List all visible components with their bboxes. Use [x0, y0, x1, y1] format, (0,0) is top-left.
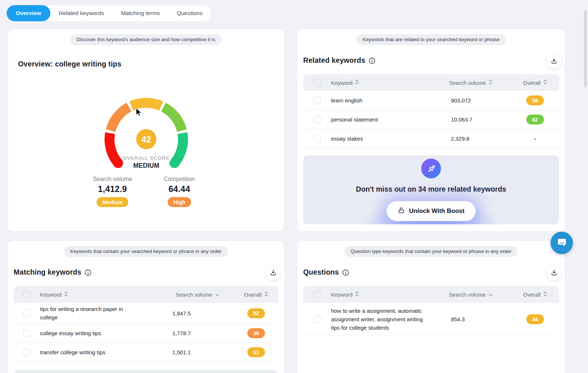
download-button[interactable]	[266, 266, 280, 280]
column-header-keyword[interactable]: Keyword	[331, 79, 430, 86]
search-volume-value: 1,412.9	[98, 184, 127, 194]
info-icon[interactable]	[85, 269, 92, 276]
chat-bubble-icon	[556, 237, 567, 249]
competition-stat: Competition 64.44 High	[152, 176, 207, 207]
questions-table: Keyword Search volume Overall how to wri…	[303, 286, 559, 336]
table-row[interactable]: transfer college writing tips 1,501.1 51	[14, 343, 278, 362]
info-icon[interactable]	[369, 57, 376, 64]
tab-matching-terms[interactable]: Matching terms	[112, 5, 168, 21]
table-row[interactable]: tips for writing a research paper in col…	[14, 303, 278, 324]
matching-keywords-panel: Keywords that contain your searched keyw…	[7, 240, 284, 373]
column-header-overall[interactable]: Overall	[511, 291, 559, 298]
related-keywords-table: Keyword Search volume Overall learn engl…	[303, 74, 559, 148]
column-header-overall[interactable]: Overall	[511, 79, 559, 86]
matching-hint-pill: Keywords that contain your searched keyw…	[64, 246, 228, 257]
row-checkbox[interactable]	[313, 97, 321, 104]
search-volume-cell: 1,778.7	[161, 330, 234, 336]
questions-panel: Question type keywords that contain your…	[297, 240, 565, 373]
overall-score-badge: 44	[526, 314, 544, 324]
sort-icon	[543, 79, 547, 86]
column-header-overall[interactable]: Overall	[234, 291, 278, 298]
competition-value: 64.44	[168, 184, 190, 194]
info-icon[interactable]	[342, 269, 349, 276]
column-header-search-volume[interactable]: Search volume	[430, 79, 511, 86]
row-checkbox[interactable]	[313, 316, 321, 323]
search-volume-label: Search volume	[93, 176, 132, 182]
rocket-icon	[421, 159, 441, 178]
keyword-cell: how to write a assignment, automatic ass…	[331, 307, 430, 332]
sort-icon	[488, 79, 492, 86]
sort-desc-icon	[488, 291, 493, 298]
table-row[interactable]: college essay writing tips 1,778.7 39	[14, 324, 278, 343]
unlock-with-boost-button[interactable]: Unlock With Boost	[387, 201, 476, 221]
download-button[interactable]	[546, 54, 561, 69]
column-header-search-volume[interactable]: Search volume	[430, 291, 511, 298]
gauge-cap-right	[169, 158, 179, 168]
overall-score-badge: 62	[526, 115, 544, 124]
overview-panel: Discover this keyword's audience size an…	[7, 29, 284, 232]
competition-badge: High	[168, 197, 191, 207]
row-checkbox[interactable]	[23, 330, 31, 337]
row-checkbox[interactable]	[313, 116, 321, 123]
sort-icon	[543, 291, 547, 298]
search-volume-stat: Search volume 1,412.9 Medium	[85, 176, 140, 207]
select-all-checkbox[interactable]	[313, 79, 321, 86]
download-icon	[551, 57, 557, 66]
table-header-row: Keyword Search volume Overall	[303, 286, 559, 303]
competition-label: Competition	[164, 176, 195, 182]
related-panel-title: Related keywords	[303, 56, 365, 65]
table-row[interactable]: learn english 903,072 56	[303, 91, 559, 110]
table-row[interactable]: how to write a assignment, automatic ass…	[303, 303, 559, 336]
table-header-row: Keyword Search volume Overall	[14, 286, 278, 303]
questions-panel-title: Questions	[303, 268, 339, 276]
matching-keywords-table: Keyword Search volume Overall tips for w…	[14, 286, 278, 362]
table-row[interactable]: personal statement 10,063.7 62	[303, 110, 559, 129]
tab-questions[interactable]: Questions	[168, 5, 211, 21]
keyword-cell: tips for writing a research paper in col…	[40, 305, 136, 322]
overview-panel-title: Overview: college writing tips	[18, 60, 121, 68]
questions-hint-pill: Question type keywords that contain your…	[344, 246, 517, 257]
tab-overview[interactable]: Overview	[7, 5, 50, 21]
overall-score-empty: -	[534, 135, 536, 142]
overall-score-badge: 39	[247, 328, 265, 338]
related-hint-pill: Keywords that are related to your search…	[356, 34, 506, 45]
select-all-checkbox[interactable]	[23, 291, 31, 298]
boost-message: Don't miss out on 34 more related keywor…	[303, 185, 559, 193]
column-header-keyword[interactable]: Keyword	[40, 291, 161, 298]
row-checkbox[interactable]	[23, 349, 31, 356]
download-button[interactable]	[546, 266, 561, 280]
gauge-caption: OVERALL SCORE	[123, 155, 170, 161]
gauge-cap-left	[113, 158, 123, 168]
tab-related-keywords[interactable]: Related keywords	[50, 5, 112, 21]
gauge-segment-orange	[111, 107, 129, 131]
search-volume-badge: Medium	[97, 197, 129, 207]
overview-hint-pill: Discover this keyword's audience size an…	[70, 34, 222, 45]
select-all-checkbox[interactable]	[313, 291, 321, 298]
download-icon	[270, 269, 277, 278]
gauge-level: MEDIUM	[133, 162, 159, 169]
matching-panel-title: Matching keywords	[14, 268, 81, 276]
search-volume-cell: 1,501.1	[161, 349, 234, 355]
table-row[interactable]: essay stakes 2,329.8 -	[303, 129, 559, 148]
view-tabbar: Overview Related keywords Matching terms…	[7, 5, 211, 21]
vertical-scrollbar[interactable]	[584, 10, 587, 87]
download-icon	[551, 269, 557, 278]
boost-upsell-box: Don't miss out on 34 more related keywor…	[303, 155, 559, 224]
keyword-cell: essay stakes	[331, 134, 430, 143]
sort-icon	[355, 291, 359, 298]
keyword-cell: learn english	[331, 96, 430, 105]
sort-icon	[64, 291, 68, 298]
sort-icon	[264, 291, 268, 298]
overall-score-gauge: 42 OVERALL SCORE MEDIUM	[98, 94, 194, 171]
column-header-search-volume[interactable]: Search volume	[161, 291, 234, 298]
sort-desc-icon	[215, 291, 219, 298]
boost-upsell-box-partial	[14, 370, 278, 373]
row-checkbox[interactable]	[313, 135, 321, 142]
search-volume-cell: 903,072	[430, 97, 511, 104]
search-volume-cell: 1,847.5	[161, 310, 234, 316]
row-checkbox[interactable]	[23, 309, 31, 317]
chat-launcher-button[interactable]	[551, 232, 573, 254]
overall-score-badge: 51	[247, 347, 265, 357]
column-header-keyword[interactable]: Keyword	[331, 291, 430, 298]
sort-icon	[355, 79, 359, 86]
